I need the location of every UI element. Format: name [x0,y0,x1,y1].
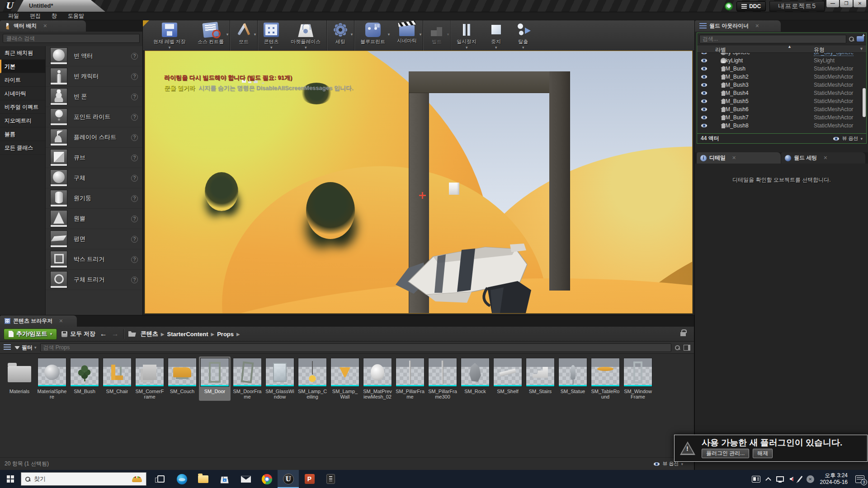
place-actor-cylinder[interactable]: 원기둥 ? [46,188,142,209]
asset-search-input[interactable] [40,343,671,352]
close-button[interactable]: ✕ [854,0,866,7]
class-search-input[interactable] [3,34,140,43]
toolbar-button-build[interactable]: 빌드 ▾ [423,20,451,51]
close-tab-icon[interactable]: ✕ [59,318,63,324]
visibility-eye-icon[interactable] [701,91,708,95]
tab-world-outliner[interactable]: 월드 아웃라이너 ✕ [695,20,781,32]
taskbar-app-edge[interactable] [171,470,193,488]
category-all-classes[interactable]: 모든 클래스 [0,141,45,155]
breadcrumb-item[interactable]: StarterContent [167,331,208,338]
pen-icon[interactable] [797,476,802,482]
outliner-row[interactable]: SM_Bush5 StaticMeshActor [697,97,866,105]
asset-tile-sm-glass-window[interactable]: SM_GlassWindow [264,357,296,401]
menu-item[interactable]: 파일 [3,12,24,20]
add-folder-icon[interactable] [857,36,864,42]
toolbar-button-marketplace[interactable]: 마켓플레이스 ▾ [285,20,327,51]
asset-tile-sm-table-round[interactable]: SM_TableRound [590,357,621,401]
visibility-eye-icon[interactable] [701,75,708,79]
help-badge[interactable]: ? [131,236,138,243]
menu-item[interactable]: 편집 [24,12,46,20]
outliner-row[interactable]: SM_Bush2 StaticMeshActor [697,73,866,81]
visibility-eye-icon[interactable] [701,66,708,71]
category-basic[interactable]: 기본 [0,60,45,73]
dismiss-button[interactable]: 해제 [753,449,773,458]
asset-tile-sm-pillar-frame300[interactable]: SM_PillarFrame300 [427,357,458,401]
taskbar-app-epic-games[interactable] [320,470,341,488]
help-badge[interactable]: ? [131,195,138,202]
asset-tile-sm-door-frame[interactable]: SM_DoorFrame [231,357,263,401]
notification-center-icon[interactable]: 3 [855,475,864,483]
help-badge[interactable]: ? [131,256,138,263]
toolbar-button-stop[interactable]: 중지 ▾ [482,20,509,51]
visibility-eye-icon[interactable] [701,53,708,55]
view-options-button[interactable]: 뷰 옵션▾ [833,135,863,142]
place-actor-sphere-trigger[interactable]: 구체 트리거 ? [46,270,142,290]
outliner-row[interactable]: SM_Bush3 StaticMeshActor [697,81,866,89]
visibility-eye-icon[interactable] [701,58,708,63]
outliner-row[interactable]: SM_Bush4 StaticMeshActor [697,89,866,97]
close-tab-icon[interactable]: ✕ [823,155,827,161]
lock-icon[interactable] [680,332,686,336]
toolbar-button-blueprints[interactable]: 블루프린트 ▾ [354,20,391,51]
category-lights[interactable]: 라이트 [0,73,45,87]
help-badge[interactable]: ? [131,114,138,121]
toolbar-button-eject[interactable]: 탈출 ▾ [509,20,537,51]
outliner-scrollbar[interactable] [863,88,866,117]
visibility-eye-icon[interactable] [701,83,708,87]
visibility-eye-icon[interactable] [701,107,708,112]
asset-tile-sm-door[interactable]: SM_Door [199,357,231,401]
place-actor-empty-actor[interactable]: 빈 액터 ? [46,46,142,66]
category-volumes[interactable]: 볼륨 [0,127,45,141]
filter-button[interactable]: 필터▾ [14,344,37,352]
toolbar-button-content[interactable]: 콘텐츠 ▾ [258,20,285,51]
help-badge[interactable]: ? [131,73,138,80]
level-tab[interactable]: Untitled* [17,0,105,12]
taskbar-search[interactable]: 찾기 [21,472,146,486]
toolbar-button-pause[interactable]: 일시정지 ▾ [451,20,482,51]
tab-place-actors[interactable]: 액터 배치 ✕ [0,20,86,32]
taskbar-app-powerpoint[interactable]: P [299,470,320,488]
close-tab-icon[interactable]: ✕ [43,23,47,29]
asset-tile-material-sphere[interactable]: MaterialSphere [36,357,68,401]
view-settings-icon[interactable] [684,345,690,351]
asset-tile-sm-bush[interactable]: SM_Bush [69,357,100,401]
help-badge[interactable]: ? [131,134,138,141]
help-badge[interactable]: ? [131,216,138,222]
taskbar-app-task-view[interactable] [150,470,171,488]
visibility-eye-icon[interactable] [701,99,708,103]
place-actor-point-light[interactable]: 포인트 라이트 ? [46,107,142,127]
outliner-row[interactable]: Sky Sphere BP_Sky_Sphere [697,53,866,56]
close-tab-icon[interactable]: ✕ [732,155,736,161]
toolbar-button-save-current-level[interactable]: 현재 레벨 저장 ▾ [147,20,192,51]
category-geometry[interactable]: 지오메트리 [0,114,45,127]
place-actor-empty-character[interactable]: 빈 캐릭터 ? [46,66,142,87]
toolbar-button-source-control[interactable]: 소스 컨트롤 ▾ [192,20,230,51]
menu-item[interactable]: 도움말 [62,12,90,20]
tab-content-browser[interactable]: 콘텐츠 브라우저 ✕ [0,315,77,327]
help-badge[interactable]: ? [131,175,138,182]
asset-tile-sm-rock[interactable]: SM_Rock [459,357,491,401]
tab-details[interactable]: i 디테일 ✕ [697,152,781,164]
source-control-status-icon[interactable] [725,2,733,10]
asset-tile-sm-window-frame[interactable]: SM_WindowFrame [622,357,654,401]
minimize-button[interactable]: — [826,0,839,7]
close-tab-icon[interactable]: ✕ [755,23,759,29]
category-visual-effects[interactable]: 비주얼 이펙트 [0,100,45,114]
outliner-row[interactable]: SM_Bush7 StaticMeshActor [697,113,866,122]
outliner-row[interactable]: SM_Bush8 StaticMeshActor [697,122,866,130]
asset-tile-sm-lamp-wall[interactable]: SM_Lamp_Wall [329,357,361,401]
taskbar-app-file-explorer[interactable] [193,470,214,488]
place-actor-box-trigger[interactable]: 박스 트리거 ? [46,249,142,270]
status-circle-icon[interactable]: ✕ [807,475,814,483]
search-highlight-icon[interactable] [132,476,142,482]
asset-tile-sm-mat-preview-mesh-02[interactable]: SM_MatPreviewMesh_02 [362,357,393,401]
taskbar-app-mail[interactable] [235,470,256,488]
asset-tile-sm-pillar-frame[interactable]: SM_PillarFrame [394,357,426,401]
category-recently-placed[interactable]: 최근 배치됨 [0,46,45,60]
place-actor-player-start[interactable]: 플레이어 스타트 ? [46,127,142,148]
sources-panel-icon[interactable] [4,344,11,351]
place-actor-cube[interactable]: 큐브 ? [46,148,142,168]
save-all-button[interactable]: 모두 저장 [61,330,95,338]
asset-tile-sm-corner-frame[interactable]: SM_CornerFrame [134,357,165,401]
breadcrumb-item[interactable]: Props [217,331,234,338]
